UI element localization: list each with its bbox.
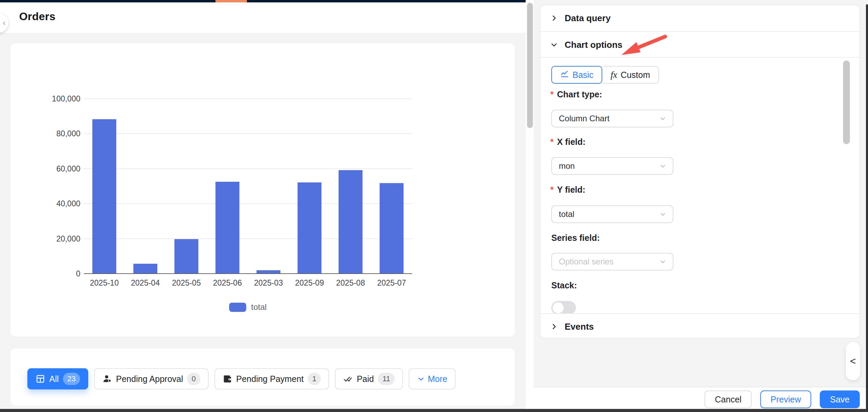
select-placeholder: Optional series bbox=[559, 257, 614, 266]
stack-label: Stack: bbox=[551, 280, 577, 290]
chevron-down-icon bbox=[659, 210, 667, 218]
bar-slot bbox=[166, 98, 207, 273]
browser-top-strip bbox=[0, 0, 526, 2]
grid-icon bbox=[36, 374, 45, 384]
section-title: Data query bbox=[565, 13, 610, 24]
chart-bars bbox=[84, 98, 412, 273]
chevron-right-icon bbox=[550, 14, 558, 22]
count-badge: 1 bbox=[308, 373, 321, 385]
bar-slot bbox=[371, 98, 412, 273]
bar-slot bbox=[125, 98, 166, 273]
window-right-edge bbox=[866, 4, 868, 409]
series-field-label: Series field: bbox=[551, 233, 600, 243]
user-icon bbox=[102, 374, 112, 384]
x-field-label: * X field: bbox=[550, 137, 586, 147]
required-mark: * bbox=[550, 90, 554, 99]
select-value: Column Chart bbox=[559, 114, 609, 123]
x-tick-label: 2025-08 bbox=[330, 278, 371, 288]
drawer-collapse-handle[interactable]: < bbox=[846, 342, 860, 380]
filter-label: Pending Approval bbox=[116, 374, 183, 384]
bar-slot bbox=[330, 98, 371, 273]
count-badge: 0 bbox=[187, 373, 200, 385]
chart-x-axis: 2025-102025-042025-052025-062025-032025-… bbox=[84, 278, 412, 288]
page-title: Orders bbox=[19, 10, 55, 23]
bar-2025-10[interactable] bbox=[92, 119, 116, 273]
chevron-down-icon bbox=[659, 162, 667, 170]
bar-2025-03[interactable] bbox=[257, 270, 280, 273]
chart-legend[interactable]: total bbox=[84, 302, 412, 312]
annotation-arrow-icon bbox=[615, 32, 669, 60]
x-tick-label: 2025-04 bbox=[125, 278, 166, 288]
y-tick-label: 100,000 bbox=[24, 94, 80, 104]
stack-toggle[interactable] bbox=[551, 301, 576, 313]
chevron-down-icon bbox=[417, 375, 425, 383]
legend-swatch bbox=[229, 303, 246, 312]
chevron-down-icon bbox=[659, 115, 667, 122]
filter-more-button[interactable]: More bbox=[409, 368, 456, 389]
chart-type-label: * Chart type: bbox=[550, 90, 602, 99]
y-field-label: * Y field: bbox=[550, 185, 586, 195]
chevron-right-icon bbox=[550, 323, 558, 330]
section-title: Chart options bbox=[565, 40, 622, 50]
section-events[interactable]: Events bbox=[540, 314, 859, 339]
line-chart-icon bbox=[560, 69, 569, 80]
count-badge: 11 bbox=[378, 373, 395, 385]
toggle-knob bbox=[553, 302, 564, 313]
drawer-footer: Cancel Preview Save bbox=[534, 387, 868, 409]
tab-label: Basic bbox=[573, 70, 593, 80]
section-data-query[interactable]: Data query bbox=[540, 5, 859, 31]
filter-pending-payment-button[interactable]: Pending Payment 1 bbox=[214, 368, 329, 389]
section-title: Events bbox=[565, 321, 594, 332]
left-scrollbar-thumb[interactable] bbox=[527, 3, 533, 128]
x-tick-label: 2025-05 bbox=[166, 278, 207, 288]
preview-button[interactable]: Preview bbox=[760, 390, 811, 408]
y-field-select[interactable]: total bbox=[551, 205, 673, 223]
bar-2025-04[interactable] bbox=[133, 264, 157, 273]
y-tick-label: 20,000 bbox=[24, 234, 80, 244]
x-tick-label: 2025-07 bbox=[371, 278, 412, 288]
more-label: More bbox=[428, 374, 447, 384]
tab-custom[interactable]: fx Custom bbox=[602, 66, 659, 84]
x-field-select[interactable]: mon bbox=[551, 157, 673, 175]
bar-slot bbox=[84, 98, 125, 273]
chevron-left-icon: < bbox=[850, 355, 856, 367]
bar-2025-09[interactable] bbox=[298, 182, 321, 273]
filter-pending-approval-button[interactable]: Pending Approval 0 bbox=[94, 368, 208, 389]
chevron-down-icon bbox=[659, 258, 667, 265]
bar-2025-08[interactable] bbox=[339, 170, 363, 273]
panel-scrollbar-thumb[interactable] bbox=[843, 60, 850, 144]
save-button[interactable]: Save bbox=[820, 390, 860, 408]
page-header bbox=[0, 2, 526, 33]
window-bottom-edge bbox=[0, 409, 868, 412]
select-value: mon bbox=[559, 161, 575, 171]
chevron-left-icon: ‹ bbox=[3, 18, 5, 28]
tab-basic[interactable]: Basic bbox=[551, 66, 602, 84]
bar-2025-07[interactable] bbox=[380, 183, 404, 273]
series-field-select[interactable]: Optional series bbox=[551, 253, 673, 271]
y-tick-label: 40,000 bbox=[24, 199, 80, 208]
order-filters-card: All 23 Pending Approval 0 bbox=[11, 348, 515, 406]
bar-2025-05[interactable] bbox=[174, 239, 198, 273]
bar-2025-06[interactable] bbox=[215, 182, 239, 273]
y-tick-label: 80,000 bbox=[24, 129, 80, 138]
cancel-button[interactable]: Cancel bbox=[705, 390, 752, 408]
select-value: total bbox=[559, 209, 574, 219]
double-check-icon bbox=[343, 374, 353, 384]
required-mark: * bbox=[550, 185, 554, 195]
bar-slot bbox=[289, 98, 330, 273]
orders-chart-card: 020,00040,00060,00080,000100,000 2025-10… bbox=[11, 43, 515, 337]
filter-all-button[interactable]: All 23 bbox=[27, 368, 88, 389]
x-tick-label: 2025-10 bbox=[84, 278, 125, 288]
filter-paid-button[interactable]: Paid 11 bbox=[335, 368, 403, 389]
fx-icon: fx bbox=[610, 70, 617, 80]
filter-label: Pending Payment bbox=[236, 374, 304, 384]
options-mode-tabs: Basic fx Custom bbox=[551, 66, 659, 84]
legend-label: total bbox=[251, 302, 266, 312]
count-badge: 23 bbox=[63, 373, 80, 385]
bar-slot bbox=[207, 98, 248, 273]
filter-button-row: All 23 Pending Approval 0 bbox=[27, 368, 456, 389]
bar-slot bbox=[248, 98, 289, 273]
section-chart-options[interactable]: Chart options bbox=[540, 32, 859, 58]
x-tick-label: 2025-03 bbox=[248, 278, 289, 288]
chart-type-select[interactable]: Column Chart bbox=[551, 110, 673, 127]
